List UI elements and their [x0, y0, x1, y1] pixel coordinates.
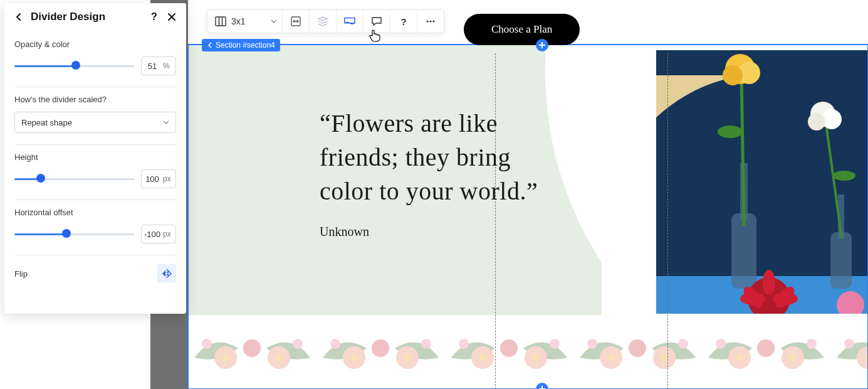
- more-icon: [425, 16, 436, 27]
- grid-select[interactable]: 3x1: [207, 10, 283, 33]
- hero-image-flowers: [656, 50, 868, 314]
- panel-body: Opacity & color % How's the divider scal…: [4, 29, 186, 293]
- opacity-input[interactable]: [142, 61, 163, 71]
- svg-point-12: [833, 171, 855, 181]
- svg-point-56: [736, 354, 743, 361]
- scale-select[interactable]: Repeat shape: [14, 112, 176, 133]
- opacity-unit: %: [163, 61, 174, 70]
- stretch-icon: [290, 16, 301, 27]
- opacity-label: Opacity & color: [14, 40, 176, 49]
- plus-icon: [538, 385, 546, 389]
- svg-point-21: [740, 292, 765, 305]
- offset-input-wrap: px: [141, 225, 176, 243]
- panel-help-button[interactable]: ?: [149, 11, 160, 23]
- stretch-button[interactable]: [283, 10, 310, 33]
- divider-tile: [316, 314, 445, 389]
- offset-unit: px: [163, 230, 175, 238]
- plus-icon: [538, 41, 546, 49]
- svg-point-40: [459, 339, 469, 349]
- opacity-group: Opacity & color %: [14, 32, 176, 87]
- panel-title: Divider Design: [31, 11, 142, 23]
- choose-plan-button[interactable]: Choose a Plan: [464, 14, 580, 45]
- svg-point-55: [807, 339, 817, 349]
- comment-icon: [371, 16, 382, 27]
- more-button[interactable]: [417, 10, 444, 33]
- height-slider[interactable]: [14, 174, 135, 183]
- svg-point-57: [789, 354, 797, 361]
- offset-input[interactable]: [142, 230, 163, 239]
- svg-point-71: [429, 20, 431, 22]
- svg-point-46: [629, 339, 646, 357]
- svg-rect-4: [830, 232, 852, 289]
- offset-slider[interactable]: [14, 230, 135, 238]
- help-button[interactable]: ?: [390, 10, 417, 33]
- svg-point-47: [587, 339, 597, 349]
- flip-horizontal-button[interactable]: [157, 264, 176, 283]
- cursor-pointer-icon: [369, 29, 381, 45]
- close-button[interactable]: [166, 11, 177, 23]
- add-section-button[interactable]: [536, 39, 548, 51]
- svg-point-15: [808, 113, 825, 131]
- section-chip[interactable]: Section #section4: [202, 39, 280, 51]
- divider-strip: [188, 314, 868, 389]
- height-input-wrap: px: [141, 169, 176, 188]
- scale-group: How's the divider scaled? Repeat shape: [14, 87, 176, 145]
- svg-point-34: [421, 339, 431, 349]
- svg-point-48: [678, 339, 688, 349]
- opacity-slider[interactable]: [14, 61, 135, 70]
- chevron-down-icon: [163, 119, 169, 125]
- floating-toolbar: 3x1 ?: [207, 9, 444, 33]
- divider-button[interactable]: [337, 10, 363, 33]
- quote-block: “Flowers are like friends; they bring co…: [320, 107, 539, 239]
- scale-value: Repeat shape: [21, 118, 72, 127]
- svg-point-35: [350, 354, 358, 361]
- grid-label: 3x1: [231, 16, 246, 26]
- height-unit: px: [163, 174, 175, 183]
- opacity-input-wrap: %: [141, 56, 176, 75]
- offset-group: Horizontal offset px: [14, 200, 176, 255]
- svg-point-28: [222, 354, 229, 361]
- flip-group: Flip: [14, 255, 176, 287]
- svg-point-25: [243, 339, 261, 357]
- svg-point-27: [293, 339, 303, 349]
- divider-tile: [188, 314, 316, 389]
- scale-label: How's the divider scaled?: [14, 95, 176, 104]
- layers-icon: [317, 16, 328, 27]
- height-label: Height: [14, 152, 176, 162]
- quote-text: “Flowers are like friends; they bring co…: [320, 107, 539, 208]
- section-chip-label: Section #section4: [216, 41, 275, 50]
- svg-point-43: [532, 354, 540, 361]
- choose-plan-label: Choose a Plan: [491, 23, 552, 36]
- panel-header: Divider Design ?: [4, 3, 186, 29]
- svg-point-53: [757, 339, 775, 357]
- columns-icon: [215, 16, 226, 27]
- svg-point-61: [844, 339, 854, 349]
- svg-point-33: [330, 339, 340, 349]
- svg-point-20: [773, 292, 798, 305]
- svg-point-39: [500, 339, 518, 357]
- divider-tile: [830, 314, 868, 389]
- layers-button[interactable]: [310, 10, 337, 33]
- height-input[interactable]: [142, 174, 163, 184]
- svg-point-42: [479, 354, 486, 361]
- svg-point-7: [718, 125, 743, 138]
- svg-point-17: [763, 270, 775, 295]
- svg-point-72: [432, 20, 434, 22]
- chevron-down-icon: [271, 16, 277, 26]
- svg-point-32: [372, 339, 389, 357]
- svg-point-36: [404, 354, 411, 361]
- divider-design-panel: Divider Design ? Opacity & color % How': [4, 3, 186, 314]
- svg-point-10: [723, 65, 743, 85]
- flip-icon: [161, 268, 172, 279]
- help-icon: ?: [398, 16, 409, 27]
- svg-point-70: [426, 20, 428, 22]
- divider-tile: [702, 314, 830, 389]
- svg-point-41: [550, 339, 560, 349]
- back-button[interactable]: [13, 11, 24, 23]
- svg-point-26: [202, 339, 212, 349]
- chevron-left-icon: [207, 42, 213, 48]
- column-guide: [667, 53, 668, 389]
- svg-point-54: [716, 339, 726, 349]
- quote-author: Unknown: [320, 225, 539, 239]
- svg-point-29: [275, 354, 283, 361]
